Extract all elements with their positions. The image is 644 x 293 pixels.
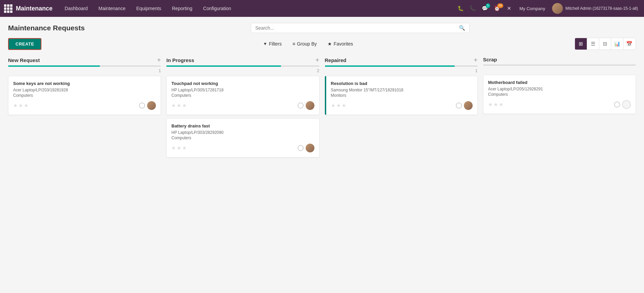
star-1[interactable]: ★ bbox=[488, 101, 493, 108]
card-title: Motherboard failed bbox=[488, 80, 631, 85]
nav-item-reporting[interactable]: Reporting bbox=[167, 1, 198, 16]
company-selector[interactable]: My Company bbox=[516, 6, 549, 11]
column-add-repaired[interactable]: + bbox=[474, 57, 478, 63]
view-switcher: ⊞ ☰ ⊟ 📊 📅 bbox=[575, 38, 636, 50]
bug-icon-btn[interactable]: 🐛 bbox=[455, 3, 466, 14]
kanban-card[interactable]: Battery drains fast HP Laptop/LP/303/282… bbox=[166, 118, 319, 157]
card-footer: ★ ★ ★ bbox=[171, 144, 314, 152]
phone-icon-btn[interactable]: 📞 bbox=[468, 3, 478, 14]
star-rating[interactable]: ★ ★ ★ bbox=[171, 145, 187, 151]
kanban-card[interactable]: Touchpad not working HP Laptop/LP/305/17… bbox=[166, 76, 319, 115]
search-icon[interactable]: 🔍 bbox=[459, 25, 465, 31]
user-avatar-small[interactable] bbox=[306, 144, 314, 152]
star-3[interactable]: ★ bbox=[182, 102, 187, 109]
star-1[interactable]: ★ bbox=[171, 145, 176, 151]
groupby-label: Group By bbox=[297, 41, 317, 47]
nav-menu: Dashboard Maintenance Equipments Reporti… bbox=[59, 1, 455, 16]
star-2[interactable]: ★ bbox=[177, 102, 181, 109]
groupby-button[interactable]: ≡ Group By bbox=[290, 39, 319, 49]
star-3[interactable]: ★ bbox=[342, 102, 346, 109]
kanban-card[interactable]: Resolution is bad Samsung Monitor 15"/MT… bbox=[325, 76, 478, 115]
main-content: Maintenance Requests 🔍 CREATE ▼ Filters … bbox=[0, 17, 644, 293]
toolbar-left: CREATE bbox=[8, 38, 41, 50]
card-subtitle: HP Laptop/LP/305/17281718 bbox=[171, 88, 314, 92]
kanban-column-scrap: Scrap Motherboard failed Acer Laptop/LP/… bbox=[483, 57, 636, 117]
status-circle[interactable] bbox=[298, 102, 304, 109]
column-bar-repaired bbox=[325, 65, 478, 67]
column-header-in-progress: In Progress + bbox=[166, 57, 319, 63]
nav-item-dashboard[interactable]: Dashboard bbox=[59, 1, 93, 16]
star-1[interactable]: ★ bbox=[171, 102, 176, 109]
star-3[interactable]: ★ bbox=[24, 102, 28, 109]
kanban-card[interactable]: Some keys are not working Acer Laptop/LP… bbox=[8, 76, 161, 115]
search-bar: 🔍 bbox=[85, 23, 636, 33]
card-title: Battery drains fast bbox=[171, 123, 314, 128]
kanban-view-btn[interactable]: ⊞ bbox=[575, 38, 587, 50]
card-footer: ★ ★ ★ bbox=[13, 101, 156, 110]
nav-item-configuration[interactable]: Configuration bbox=[198, 1, 236, 16]
kanban-column-in-progress: In Progress + 2 Touchpad not working HP … bbox=[166, 57, 319, 161]
wrench-icon-btn[interactable]: ✕ bbox=[504, 3, 515, 14]
search-input[interactable] bbox=[255, 25, 459, 31]
user-avatar-small[interactable] bbox=[464, 101, 473, 110]
page-title: Maintenance Requests bbox=[8, 24, 85, 32]
page-header: Maintenance Requests 🔍 bbox=[8, 23, 636, 33]
favorites-label: Favorites bbox=[334, 41, 353, 47]
status-circle[interactable] bbox=[298, 145, 304, 151]
status-circle[interactable] bbox=[139, 102, 145, 109]
star-2[interactable]: ★ bbox=[336, 102, 341, 109]
star-2[interactable]: ★ bbox=[177, 145, 181, 151]
star-rating[interactable]: ★ ★ ★ bbox=[488, 101, 503, 108]
filters-label: Filters bbox=[269, 41, 282, 47]
user-avatar-small[interactable] bbox=[147, 101, 156, 110]
column-count-in-progress: 2 bbox=[166, 68, 319, 73]
kanban-board: New Request + 1 Some keys are not workin… bbox=[8, 57, 636, 161]
card-category: Computers bbox=[171, 93, 314, 98]
card-title: Touchpad not working bbox=[171, 81, 314, 86]
user-avatar-small[interactable] bbox=[306, 101, 314, 110]
column-header-repaired: Repaired + bbox=[325, 57, 478, 63]
filters-button[interactable]: ▼ Filters bbox=[261, 39, 284, 49]
card-footer: ★ ★ ★ bbox=[331, 101, 473, 110]
top-nav: Maintenance Dashboard Maintenance Equipm… bbox=[0, 0, 644, 17]
star-rating[interactable]: ★ ★ ★ bbox=[171, 102, 187, 109]
kanban-card[interactable]: Motherboard failed Acer Laptop/LP/205/12… bbox=[483, 75, 636, 114]
favorites-button[interactable]: ★ Favorites bbox=[325, 39, 356, 49]
star-3[interactable]: ★ bbox=[182, 145, 187, 151]
star-2[interactable]: ★ bbox=[494, 101, 498, 108]
column-count-repaired: 1 bbox=[325, 68, 478, 73]
column-add-new-request[interactable]: + bbox=[157, 57, 161, 63]
star-1[interactable]: ★ bbox=[331, 102, 335, 109]
user-menu[interactable]: Mitchell Admin (16273178-saas-15-1-all) bbox=[550, 3, 640, 14]
star-1[interactable]: ★ bbox=[13, 102, 18, 109]
chat-icon-btn[interactable]: 💬 5 bbox=[480, 3, 490, 14]
toolbar-center: ▼ Filters ≡ Group By ★ Favorites bbox=[261, 39, 356, 49]
star-2[interactable]: ★ bbox=[19, 102, 23, 109]
column-bar-new-request bbox=[8, 65, 161, 67]
star-3[interactable]: ★ bbox=[499, 101, 503, 108]
card-actions bbox=[139, 101, 156, 110]
create-button[interactable]: CREATE bbox=[8, 38, 41, 50]
column-add-in-progress[interactable]: + bbox=[315, 57, 319, 63]
nav-item-maintenance[interactable]: Maintenance bbox=[93, 1, 131, 16]
chart-view-btn[interactable]: 📊 bbox=[611, 38, 623, 50]
column-bar-in-progress bbox=[166, 65, 319, 67]
card-category: Computers bbox=[13, 93, 156, 98]
star-rating[interactable]: ★ ★ ★ bbox=[331, 102, 346, 109]
status-circle[interactable] bbox=[456, 102, 462, 109]
star-rating[interactable]: ★ ★ ★ bbox=[13, 102, 28, 109]
kanban-column-new-request: New Request + 1 Some keys are not workin… bbox=[8, 57, 161, 118]
column-count-scrap bbox=[483, 67, 636, 72]
user-avatar-small-empty[interactable] bbox=[622, 100, 631, 109]
status-circle[interactable] bbox=[614, 101, 620, 108]
toolbar: CREATE ▼ Filters ≡ Group By ★ Favorites … bbox=[8, 38, 636, 50]
groupby-icon: ≡ bbox=[293, 41, 295, 47]
grid-view-btn[interactable]: ⊟ bbox=[599, 38, 611, 50]
card-subtitle: Samsung Monitor 15"/MT/127/18291018 bbox=[331, 88, 473, 92]
calendar-view-btn[interactable]: 📅 bbox=[623, 38, 636, 50]
nav-item-equipments[interactable]: Equipments bbox=[131, 1, 167, 16]
user-name: Mitchell Admin (16273178-saas-15-1-all) bbox=[566, 6, 638, 11]
list-view-btn[interactable]: ☰ bbox=[587, 38, 599, 50]
activity-icon-btn[interactable]: ⏰ 28 bbox=[492, 3, 503, 14]
app-logo[interactable]: Maintenance bbox=[4, 4, 53, 13]
